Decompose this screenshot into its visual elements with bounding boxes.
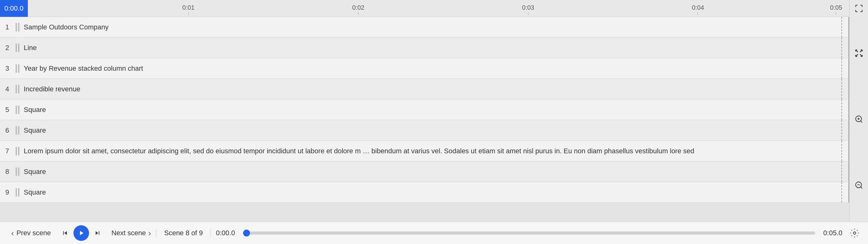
track-content: Incredible revenue bbox=[21, 79, 868, 99]
dashed-marker bbox=[841, 79, 842, 99]
ruler-tick-3: 0:03 bbox=[522, 4, 534, 15]
table-row: 7 Lorem ipsum dolor sit amet, consectetu… bbox=[0, 141, 868, 161]
next-scene-label: Next scene bbox=[112, 229, 146, 237]
table-row: 5 Square bbox=[0, 100, 868, 120]
track-handle[interactable] bbox=[14, 64, 21, 73]
track-label: Square bbox=[21, 106, 46, 114]
track-content: Line bbox=[21, 37, 868, 58]
track-number: 8 bbox=[0, 168, 14, 176]
scene-label: Scene 8 of 9 bbox=[156, 229, 211, 237]
timeline-ruler: 0:01 0:02 0:03 0:04 0:05 bbox=[0, 0, 849, 17]
corner-icon bbox=[855, 4, 863, 13]
ruler-tick-1: 0:01 bbox=[183, 4, 195, 15]
track-handle[interactable] bbox=[14, 147, 21, 156]
track-handle[interactable] bbox=[14, 85, 21, 93]
collapse-button[interactable] bbox=[852, 46, 866, 60]
skip-end-icon bbox=[94, 229, 101, 237]
track-number: 3 bbox=[0, 64, 14, 73]
track-label: Year by Revenue stacked column chart bbox=[21, 64, 143, 73]
track-handle[interactable] bbox=[14, 167, 21, 176]
side-controls bbox=[849, 17, 868, 221]
track-label: Sample Outdoors Company bbox=[21, 23, 108, 31]
progress-bar[interactable] bbox=[243, 232, 815, 235]
next-scene-button[interactable]: Next scene › bbox=[106, 228, 156, 238]
track-handle[interactable] bbox=[14, 105, 21, 114]
settings-button[interactable] bbox=[847, 226, 862, 240]
tracks-area: 1 Sample Outdoors Company 2 Line 3 Yea bbox=[0, 17, 868, 221]
progress-thumb[interactable] bbox=[243, 229, 250, 237]
track-label: Square bbox=[21, 126, 46, 135]
track-handle[interactable] bbox=[14, 188, 21, 197]
dashed-marker bbox=[841, 141, 842, 161]
track-content: Square bbox=[21, 161, 868, 182]
table-row: 1 Sample Outdoors Company bbox=[0, 17, 868, 37]
current-time-display: 0:00.0 bbox=[211, 229, 240, 237]
skip-to-start-button[interactable] bbox=[59, 227, 71, 239]
dashed-marker bbox=[841, 37, 842, 58]
dashed-marker bbox=[841, 100, 842, 120]
track-content: Square bbox=[21, 182, 868, 202]
table-row: 4 Incredible revenue bbox=[0, 79, 868, 100]
prev-scene-button[interactable]: ‹ Prev scene bbox=[6, 228, 56, 238]
dashed-marker bbox=[841, 58, 842, 79]
track-label: Incredible revenue bbox=[21, 85, 80, 93]
track-content: Lorem ipsum dolor sit amet, consectetur … bbox=[21, 141, 868, 161]
ruler-tick-2: 0:02 bbox=[352, 4, 364, 15]
track-label: Square bbox=[21, 188, 46, 196]
dashed-marker bbox=[841, 182, 842, 202]
timeline-header: 0:00.0 0:01 0:02 0:03 0:04 0:05 bbox=[0, 0, 868, 17]
table-row: 9 Square bbox=[0, 182, 868, 203]
time-zero-label: 0:00.0 bbox=[0, 0, 28, 17]
track-label: Square bbox=[21, 168, 46, 176]
svg-line-1 bbox=[861, 121, 862, 122]
track-number: 5 bbox=[0, 106, 14, 114]
prev-arrow-icon: ‹ bbox=[11, 228, 14, 238]
svg-line-5 bbox=[861, 187, 862, 189]
table-row: 6 Square bbox=[0, 120, 868, 141]
table-row: 2 Line bbox=[0, 37, 868, 58]
dashed-marker bbox=[841, 161, 842, 182]
ruler-tick-5: 0:05 bbox=[830, 4, 842, 15]
ruler-tick-4: 0:04 bbox=[692, 4, 704, 15]
collapse-expand-button[interactable] bbox=[849, 0, 868, 17]
table-row: 3 Year by Revenue stacked column chart bbox=[0, 58, 868, 79]
prev-scene-label: Prev scene bbox=[17, 229, 51, 237]
track-content: Square bbox=[21, 120, 868, 140]
track-content: Sample Outdoors Company bbox=[21, 17, 868, 37]
track-content: Square bbox=[21, 100, 868, 120]
track-handle[interactable] bbox=[14, 126, 21, 135]
dashed-marker bbox=[841, 17, 842, 37]
settings-icon bbox=[850, 228, 859, 238]
skip-start-icon bbox=[61, 229, 69, 237]
track-number: 6 bbox=[0, 126, 14, 135]
track-handle[interactable] bbox=[14, 23, 21, 32]
skip-to-end-button[interactable] bbox=[92, 227, 103, 239]
end-time-display: 0:05.0 bbox=[818, 229, 847, 237]
track-label: Lorem ipsum dolor sit amet, consectetur … bbox=[21, 147, 694, 155]
svg-point-7 bbox=[853, 232, 856, 234]
track-label: Line bbox=[21, 44, 37, 52]
zoom-in-icon bbox=[855, 115, 863, 124]
table-row: 8 Square bbox=[0, 161, 868, 182]
track-number: 2 bbox=[0, 44, 14, 52]
play-button[interactable] bbox=[73, 225, 89, 241]
play-icon bbox=[78, 229, 85, 237]
transport-controls bbox=[56, 225, 106, 241]
track-number: 4 bbox=[0, 85, 14, 93]
zoom-out-icon bbox=[855, 181, 863, 190]
dashed-marker bbox=[841, 120, 842, 140]
track-number: 7 bbox=[0, 147, 14, 155]
track-content: Year by Revenue stacked column chart bbox=[21, 58, 868, 79]
zoom-out-button[interactable] bbox=[852, 178, 866, 192]
collapse-icon bbox=[855, 49, 863, 58]
track-number: 1 bbox=[0, 23, 14, 31]
track-number: 9 bbox=[0, 188, 14, 196]
track-handle[interactable] bbox=[14, 44, 21, 52]
next-arrow-icon: › bbox=[148, 228, 151, 238]
zoom-in-button[interactable] bbox=[852, 112, 866, 126]
bottom-bar: ‹ Prev scene Next scene › Scene 8 of 9 0… bbox=[0, 221, 868, 244]
